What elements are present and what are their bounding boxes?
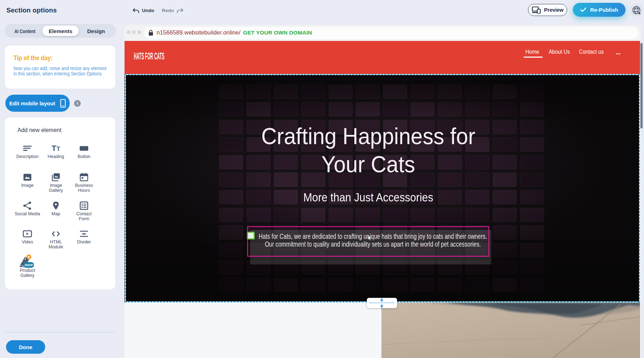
svg-text:T: T	[52, 144, 57, 153]
svg-text:T: T	[57, 146, 60, 152]
svg-text:SHOP: SHOP	[25, 263, 33, 267]
